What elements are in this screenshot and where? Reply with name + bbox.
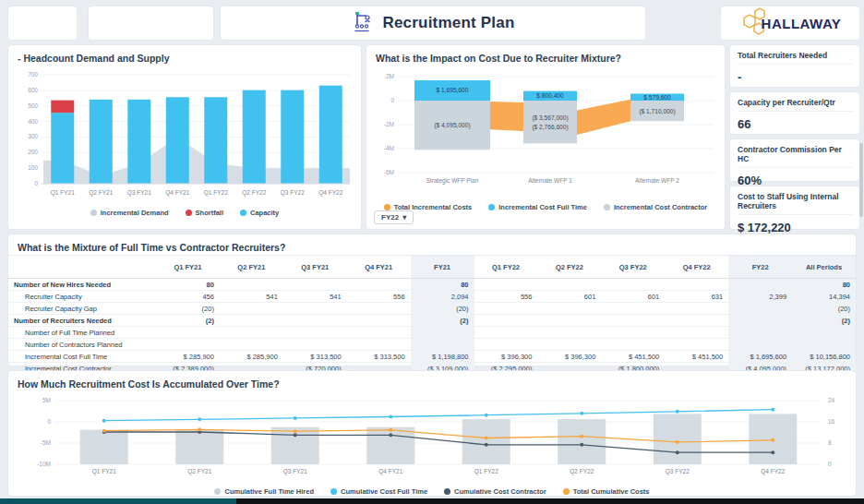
column-header: Q3 FY22	[601, 256, 665, 279]
cumulative-hired-bar[interactable]	[558, 419, 606, 464]
table-cell	[728, 279, 792, 291]
capacity-bar[interactable]	[243, 90, 266, 184]
legend-item[interactable]: Shortfall	[186, 209, 223, 217]
data-point[interactable]	[676, 450, 679, 454]
data-point[interactable]	[294, 416, 297, 420]
legend-dot	[563, 488, 570, 495]
capacity-bar[interactable]	[51, 113, 74, 184]
cumulative-hired-bar[interactable]	[175, 430, 223, 464]
table-cell	[537, 339, 601, 351]
data-point[interactable]	[771, 450, 774, 454]
data-point[interactable]	[294, 429, 297, 433]
chart-label: Q3 FY22	[281, 189, 305, 197]
data-point[interactable]	[294, 433, 297, 437]
kpi-label: Contractor Commission Per HC	[738, 145, 852, 168]
data-point[interactable]	[580, 412, 583, 415]
legend-item[interactable]: Incremental Demand	[90, 209, 169, 217]
data-point[interactable]	[676, 440, 679, 444]
headcount-chart-title: - Headcount Demand and Supply	[18, 53, 354, 64]
chart-label: 0	[390, 97, 394, 103]
legend-item[interactable]: Incremental Cost Full Time	[488, 203, 587, 211]
data-point[interactable]	[485, 437, 488, 440]
table-row: Number of New Hires Needed808080	[8, 279, 856, 291]
data-point[interactable]	[485, 414, 488, 417]
data-point[interactable]	[771, 438, 774, 442]
column-header: Q4 FY22	[665, 256, 728, 279]
table-row: Recruiter Capacity Gap(20)(20)(20)	[8, 303, 856, 315]
data-point[interactable]	[389, 433, 392, 437]
table-cell	[601, 327, 665, 339]
table-cell	[283, 315, 347, 327]
chart-label: 400	[28, 118, 38, 125]
table-cell: $ 10,156,800	[792, 351, 856, 363]
table-cell	[665, 327, 728, 339]
legend-item[interactable]: Incremental Cost Contractor	[604, 203, 707, 211]
contractor-cost-box[interactable]	[523, 101, 577, 143]
data-point[interactable]	[198, 417, 201, 421]
logo-text: HALLAWAY	[762, 16, 842, 31]
legend-item[interactable]: Total Cumulative Costs	[563, 487, 650, 496]
data-point[interactable]	[389, 428, 392, 432]
data-point[interactable]	[389, 414, 392, 418]
legend-dot	[186, 210, 192, 216]
cumulative-hired-bar[interactable]	[80, 430, 128, 464]
data-point[interactable]	[676, 410, 679, 414]
legend-item[interactable]: Capacity	[240, 209, 279, 217]
data-point[interactable]	[102, 429, 106, 433]
table-cell: (2)	[156, 315, 220, 327]
chart-label: Q1 FY21	[92, 468, 116, 475]
table-cell	[474, 339, 538, 351]
fiscal-year-dropdown[interactable]: FY22 ▾	[374, 210, 414, 224]
table-cell	[220, 315, 283, 327]
table-cell	[347, 327, 411, 339]
scrollbar-thumb[interactable]	[859, 143, 863, 217]
mixture-data-table: Q1 FY21Q2 FY21Q3 FY21Q4 FY21FY21Q1 FY22Q…	[8, 255, 856, 387]
chart-label: ($ 2,766,600)	[532, 124, 568, 131]
data-point[interactable]	[771, 408, 774, 412]
capacity-bar[interactable]	[127, 100, 150, 184]
chart-label: 0	[47, 418, 51, 425]
header-card-1[interactable]	[7, 6, 78, 41]
data-point[interactable]	[102, 419, 106, 423]
legend-dot	[90, 210, 97, 216]
capacity-bar[interactable]	[204, 97, 227, 184]
capacity-bar[interactable]	[166, 97, 189, 184]
column-header: Q1 FY22	[474, 256, 538, 279]
chart-label: 300	[28, 133, 38, 139]
header-card-2[interactable]	[88, 6, 214, 41]
cumulative-hired-bar[interactable]	[654, 414, 702, 464]
legend-dot	[214, 488, 221, 495]
kpi-total-recruiters-needed: Total Recruiters Needed -	[729, 44, 860, 88]
chart-label: Q1 FY22	[204, 189, 228, 197]
chart-label: Q2 FY22	[242, 189, 266, 197]
capacity-bar[interactable]	[90, 100, 113, 184]
cumulative-hired-bar[interactable]	[366, 427, 414, 464]
row-label: Number of Full Time Planned	[8, 327, 156, 339]
capacity-bar[interactable]	[319, 86, 342, 184]
column-header: FY21	[411, 256, 474, 279]
data-point[interactable]	[580, 435, 583, 438]
legend-item[interactable]: Cumulative Cost Full Time	[330, 487, 427, 496]
data-point[interactable]	[198, 427, 201, 431]
data-point[interactable]	[485, 443, 488, 447]
chart-label: Q4 FY21	[165, 189, 189, 197]
table-cell: 2,399	[728, 291, 792, 303]
chart-label: ($ 1,710,000)	[639, 108, 675, 115]
capacity-bar[interactable]	[281, 90, 304, 184]
cost-mixture-panel: What is the Impact on Cost Due to Recrui…	[366, 44, 726, 230]
table-cell: $ 396,300	[537, 351, 601, 363]
shortfall-bar[interactable]	[51, 101, 74, 113]
legend-item[interactable]: Cumulative Full Time Hired	[214, 487, 314, 496]
chart-label: Q2 FY21	[187, 468, 211, 475]
data-point[interactable]	[580, 443, 583, 447]
legend-label: Cumulative Cost Full Time	[341, 487, 427, 496]
cumulative-hired-bar[interactable]	[462, 419, 510, 464]
total-cost-ribbon[interactable]	[577, 100, 630, 135]
legend-dot	[444, 488, 450, 495]
table-cell: 80	[156, 279, 220, 291]
total-cost-ribbon[interactable]	[490, 102, 523, 131]
table-row: Number of Recruiters Needed(2)(2)(2)	[8, 315, 856, 327]
cumulative-legend: Cumulative Full Time HiredCumulative Cos…	[16, 487, 848, 496]
legend-item[interactable]: Cumulative Cost Contractor	[444, 487, 546, 496]
table-cell: (2)	[411, 315, 474, 327]
